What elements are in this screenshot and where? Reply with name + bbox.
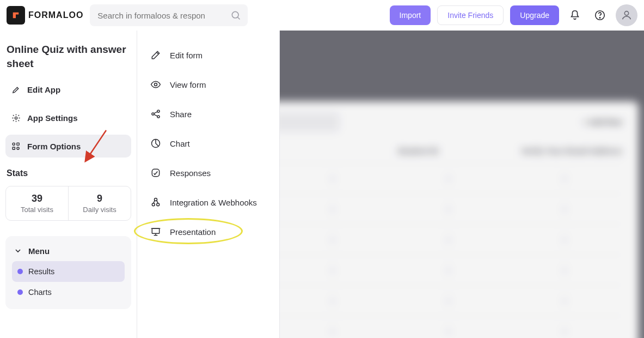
svg-point-0 [232, 11, 239, 18]
menu-charts-label: Charts [28, 288, 52, 297]
svg-rect-18 [152, 169, 159, 176]
grid-icon [11, 141, 21, 151]
brand-name: FORMALOO [28, 10, 83, 20]
menu-heading-label: Menu [28, 246, 50, 256]
dot-icon [17, 269, 23, 274]
app-settings-item[interactable]: App Settings [5, 106, 131, 129]
svg-point-11 [155, 83, 157, 86]
edit-app-item[interactable]: Edit App [5, 78, 131, 101]
stats-heading: Stats [5, 163, 131, 180]
stats-box: 39 Total visits 9 Daily visits [5, 186, 131, 221]
chart-item[interactable]: Chart [147, 131, 269, 156]
add-row-button[interactable]: + Add Row [583, 118, 622, 126]
edit-app-label: Edit App [27, 85, 60, 94]
menu-card: Menu Results Charts [5, 236, 131, 309]
svg-point-4 [624, 11, 628, 15]
pencil-icon [11, 84, 21, 94]
gear-icon [11, 113, 21, 123]
svg-point-9 [16, 147, 19, 149]
menu-results-item[interactable]: Results [12, 261, 125, 282]
invite-friends-button[interactable]: Invite Friends [437, 5, 504, 25]
dot-icon [17, 289, 23, 295]
top-bar: FORMALOO Import Invite Friends Upgrade [0, 0, 644, 31]
total-visits-value: 39 [6, 193, 68, 204]
form-options-label: Form Options [27, 142, 81, 151]
presentation-icon [150, 226, 161, 237]
app-settings-label: App Settings [27, 113, 78, 123]
total-visits-stat: 39 Total visits [6, 186, 68, 220]
import-button[interactable]: Import [390, 5, 431, 25]
svg-point-19 [152, 203, 155, 206]
page-title: Online Quiz with answer sheet [5, 40, 131, 73]
svg-line-1 [238, 17, 240, 20]
svg-line-15 [154, 112, 158, 113]
svg-rect-8 [13, 147, 15, 149]
logo-mark-icon [7, 6, 25, 25]
notifications-icon[interactable] [566, 6, 584, 25]
search-input[interactable] [97, 11, 223, 20]
integration-label: Integration & Webhooks [170, 198, 257, 207]
presentation-item[interactable]: Presentation [147, 219, 269, 244]
pie-chart-icon [150, 138, 161, 149]
share-label: Share [170, 110, 192, 119]
edit-form-item[interactable]: Edit form [147, 43, 269, 68]
share-item[interactable]: Share [147, 101, 269, 126]
menu-header[interactable]: Menu [12, 243, 125, 261]
menu-results-label: Results [28, 267, 54, 276]
responses-item[interactable]: Responses [147, 160, 269, 185]
webhooks-icon [150, 197, 161, 208]
upgrade-button[interactable]: Upgrade [510, 5, 559, 25]
col-student-id: Student ID [397, 146, 499, 155]
view-form-item[interactable]: View form [147, 72, 269, 97]
daily-visits-value: 9 [69, 193, 131, 204]
menu-charts-item[interactable]: Charts [12, 282, 125, 303]
daily-visits-label: Daily visits [69, 206, 131, 214]
form-options-panel: Edit form View form Share Chart Response… [137, 31, 280, 338]
eye-icon [150, 79, 161, 90]
user-avatar[interactable] [616, 4, 637, 26]
form-options-item[interactable]: Form Options [5, 135, 131, 158]
search-icon [230, 10, 241, 21]
view-form-label: View form [170, 80, 206, 89]
total-visits-label: Total visits [6, 206, 68, 214]
svg-point-20 [157, 203, 160, 206]
left-sidebar: Online Quiz with answer sheet Edit App A… [0, 31, 137, 338]
daily-visits-stat: 9 Daily visits [68, 186, 131, 220]
svg-point-3 [599, 17, 600, 18]
help-icon[interactable] [591, 6, 609, 25]
svg-rect-22 [152, 228, 159, 233]
svg-line-16 [154, 114, 158, 116]
chevron-down-icon [13, 246, 23, 256]
search-field[interactable] [90, 4, 248, 26]
integration-item[interactable]: Integration & Webhooks [147, 190, 269, 215]
chart-label: Chart [170, 139, 190, 148]
svg-rect-7 [16, 143, 19, 145]
main-content: + Add Row Student ID Verify Your Email A… [280, 31, 644, 338]
responses-label: Responses [170, 168, 211, 178]
share-icon [150, 108, 161, 119]
edit-icon [150, 50, 161, 61]
col-verify-email: Verify Your Email Address [521, 146, 622, 155]
responses-icon [150, 167, 161, 178]
edit-form-label: Edit form [170, 51, 203, 60]
svg-point-5 [15, 117, 17, 119]
svg-point-6 [13, 143, 15, 145]
brand-logo[interactable]: FORMALOO [7, 6, 83, 25]
presentation-label: Presentation [170, 227, 216, 237]
